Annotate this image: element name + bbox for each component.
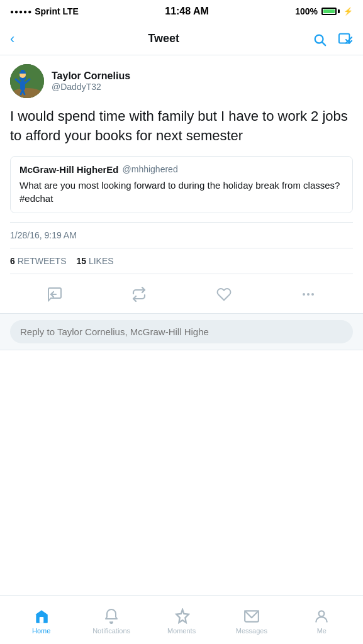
- me-icon: [313, 606, 330, 625]
- author-handle: @DaddyT32: [52, 82, 130, 92]
- notifications-label: Notifications: [92, 627, 130, 635]
- nav-me[interactable]: Me: [287, 606, 357, 635]
- signal-dots: ●●●●●: [10, 8, 32, 15]
- tweet-author: Taylor Cornelius @DaddyT32: [10, 64, 353, 98]
- status-right: 100% ⚡: [295, 6, 353, 16]
- me-label: Me: [317, 627, 327, 635]
- messages-label: Messages: [236, 627, 267, 635]
- tweet-actions: [0, 274, 363, 314]
- nav-notifications[interactable]: Notifications: [76, 606, 146, 635]
- bottom-nav: Home Notifications Moments Messages: [0, 595, 363, 644]
- status-left: ●●●●● Sprint LTE: [10, 6, 79, 16]
- compose-icon[interactable]: [338, 31, 353, 47]
- svg-point-25: [319, 611, 325, 616]
- messages-icon: [243, 606, 260, 625]
- tweet-timestamp: 1/28/16, 9:19 AM: [10, 222, 353, 248]
- header-icons: [313, 31, 353, 47]
- status-bar: ●●●●● Sprint LTE 11:48 AM 100% ⚡: [0, 0, 363, 23]
- author-info: Taylor Cornelius @DaddyT32: [52, 70, 130, 92]
- svg-point-18: [303, 293, 305, 296]
- quoted-author-handle: @mhhighered: [123, 164, 178, 174]
- svg-rect-21: [39, 617, 43, 623]
- search-icon[interactable]: [313, 31, 327, 47]
- author-name: Taylor Cornelius: [52, 70, 130, 82]
- svg-line-1: [322, 42, 325, 45]
- notifications-icon: [104, 606, 119, 625]
- nav-messages[interactable]: Messages: [216, 606, 286, 635]
- quoted-text: What are you most looking forward to dur…: [20, 179, 343, 205]
- nav-moments[interactable]: Moments: [147, 606, 216, 635]
- quoted-header: McGraw-Hill HigherEd @mhhighered: [20, 164, 343, 175]
- tweet-stats: 6 RETWEETS 15 LIKES: [10, 248, 353, 274]
- svg-rect-16: [21, 70, 25, 73]
- reply-button[interactable]: [43, 282, 66, 306]
- home-icon: [33, 606, 50, 625]
- avatar: [10, 64, 44, 98]
- more-button[interactable]: [297, 282, 320, 306]
- quoted-tweet[interactable]: McGraw-Hill HigherEd @mhhighered What ar…: [10, 156, 353, 213]
- carrier-label: Sprint LTE: [35, 6, 79, 16]
- moments-icon: [174, 606, 190, 625]
- tweet-text: I would spend time with family but I hav…: [10, 107, 353, 146]
- retweet-button[interactable]: [128, 282, 152, 306]
- battery-icon: [321, 8, 340, 15]
- moments-label: Moments: [167, 627, 196, 635]
- svg-point-20: [311, 293, 314, 296]
- quoted-author-name: McGraw-Hill HigherEd: [20, 164, 119, 175]
- retweet-count: 6 RETWEETS: [10, 256, 66, 266]
- like-button[interactable]: [213, 282, 235, 306]
- reply-bar: [0, 314, 363, 350]
- nav-header: ‹ Tweet: [0, 23, 363, 55]
- nav-home[interactable]: Home: [6, 606, 76, 635]
- reply-input[interactable]: [10, 320, 353, 343]
- back-button[interactable]: ‹: [10, 31, 14, 47]
- tweet-area: Taylor Cornelius @DaddyT32 I would spend…: [0, 55, 363, 248]
- page-title: Tweet: [148, 32, 179, 45]
- home-label: Home: [32, 627, 50, 635]
- status-time: 11:48 AM: [165, 6, 209, 17]
- battery-percent: 100%: [295, 6, 318, 16]
- charging-icon: ⚡: [343, 7, 353, 16]
- svg-marker-23: [176, 609, 189, 623]
- like-count: 15 LIKES: [76, 256, 113, 266]
- svg-point-19: [307, 293, 310, 296]
